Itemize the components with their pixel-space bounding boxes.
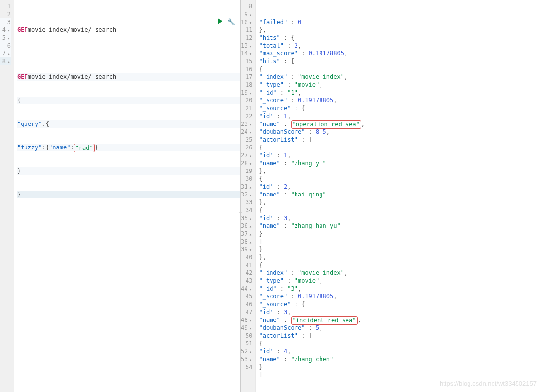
http-method: GET [17,73,28,81]
line-number: 35▴ [241,214,252,222]
code-line[interactable]: "name" : "zhang yi" [259,159,543,167]
fold-toggle-icon[interactable]: ▾ [248,317,252,324]
pane-resize-handle[interactable]: ⋮ [239,210,244,215]
line-number: 53▴ [241,355,252,363]
code-line[interactable]: { [259,261,543,269]
code-line[interactable]: "hits" : { [259,34,543,42]
fold-toggle-icon[interactable]: ▴ [248,183,252,191]
code-line[interactable]: "name" : "operation red sea", [259,120,543,128]
fold-toggle-icon[interactable]: ▾ [7,34,11,42]
code-line[interactable]: }, [259,26,543,34]
line-number: 8 [241,2,252,10]
fold-toggle-icon[interactable]: ▴ [248,215,252,222]
fold-toggle-icon[interactable]: ▴ [248,356,252,364]
code-line[interactable]: "id" : 3, [259,214,543,222]
code-line[interactable]: } [259,230,543,238]
line-number: 20 [241,97,252,104]
code-line[interactable]: { [259,175,543,183]
fold-toggle-icon[interactable]: ▾ [248,191,252,199]
response-viewer-pane: ⋮ 89▴10▾111213▾14▾1516171819▾20212223▾24… [241,0,543,392]
code-line[interactable]: { [259,206,543,214]
fold-toggle-icon[interactable]: ▴ [248,152,252,160]
code-line[interactable]: }, [259,253,543,261]
code-line[interactable]: "actorList" : [ [259,332,543,340]
code-line[interactable]: "_source" : { [259,300,543,308]
code-line[interactable]: "_index" : "movie_index", [259,73,543,81]
code-line[interactable]: "doubanScore" : 8.5, [259,128,543,136]
code-line[interactable]: "actorList" : [ [259,136,543,144]
watermark-text: https://blog.csdn.net/wt334502157 [440,380,537,388]
code-line[interactable]: { [259,65,543,73]
code-line[interactable]: GET movie_index/movie/_search [17,73,240,81]
code-line[interactable]: "_score" : 0.19178805, [259,293,543,300]
fold-toggle-icon[interactable]: ▾ [7,26,11,34]
run-request-icon[interactable] [218,18,222,24]
code-line[interactable]: "fuzzy": {"name":"rad"} [17,144,240,151]
code-line[interactable]: "query":{ [17,120,240,128]
code-line[interactable]: "_type" : "movie", [259,81,543,89]
line-number: 27▴ [241,151,252,159]
line-number: 36▴ [241,222,252,230]
code-line[interactable]: { [259,144,543,151]
code-line[interactable]: "total" : 2, [259,42,543,49]
fold-toggle-icon[interactable]: ▾ [248,246,252,254]
code-line[interactable]: "name" : "zhang chen" [259,355,543,363]
code-line[interactable]: "id" : 2, [259,183,543,191]
code-line[interactable]: "id" : 3, [259,308,543,316]
code-line[interactable]: } [259,363,543,371]
code-line[interactable]: }, [259,198,543,206]
fold-toggle-icon[interactable]: ▴ [7,50,11,58]
fold-toggle-icon[interactable]: ▴ [7,58,11,66]
code-line[interactable]: } [259,245,543,253]
code-line[interactable]: "_id" : "3", [259,285,543,293]
request-code-area[interactable]: 🔧 GET movie_index/movie/_search GET movi… [14,0,240,392]
code-line[interactable]: }, [259,167,543,175]
line-number: 50 [241,332,252,340]
code-line[interactable]: "id" : 4, [259,347,543,355]
code-line[interactable]: "id" : 1, [259,112,543,120]
code-line[interactable]: { [17,97,240,104]
code-line[interactable] [17,49,240,57]
code-line[interactable]: ] [259,238,543,245]
code-line[interactable]: "_id" : "1", [259,89,543,97]
wrench-icon[interactable]: 🔧 [227,18,235,26]
fold-toggle-icon[interactable]: ▾ [248,42,252,50]
fold-toggle-icon[interactable]: ▴ [248,238,252,246]
code-line[interactable]: "doubanScore" : 5, [259,324,543,332]
code-line[interactable]: "id" : 1, [259,151,543,159]
code-line[interactable]: } [17,191,240,198]
line-number: 45 [241,293,252,300]
fold-toggle-icon[interactable]: ▴ [248,230,252,238]
request-path: movie_index/movie/_search [28,26,117,34]
response-code-area[interactable]: "failed" : 0 }, "hits" : { "total" : 2, … [256,0,543,392]
code-line[interactable]: GET movie_index/movie/_search [17,26,240,34]
code-line[interactable]: "_source" : { [259,104,543,112]
line-number: 46 [241,300,252,308]
fold-toggle-icon[interactable]: ▴ [248,222,252,230]
line-number: 6 [0,42,11,49]
fold-toggle-icon[interactable]: ▾ [248,285,252,293]
code-line[interactable]: "_score" : 0.19178805, [259,97,543,104]
code-line[interactable]: "name" : "hai qing" [259,191,543,198]
fold-toggle-icon[interactable]: ▾ [248,19,252,26]
fold-toggle-icon[interactable]: ▾ [248,121,252,128]
code-line[interactable]: "_index" : "movie_index", [259,269,543,277]
code-line[interactable]: "_type" : "movie", [259,277,543,285]
fold-toggle-icon[interactable]: ▾ [248,89,252,97]
fold-toggle-icon[interactable]: ▾ [248,324,252,332]
code-line[interactable]: { [259,340,543,347]
code-line[interactable]: "failed" : 0 [259,18,543,26]
line-number: 3 [0,18,11,26]
code-line[interactable]: "name" : "zhang han yu" [259,222,543,230]
code-line[interactable]: } [17,167,240,175]
code-line[interactable]: "name" : "incident red sea", [259,316,543,324]
fold-toggle-icon[interactable]: ▾ [248,128,252,136]
code-line[interactable]: "max_score" : 0.19178805, [259,49,543,57]
line-number: 12 [241,34,252,42]
fold-toggle-icon[interactable]: ▾ [248,160,252,168]
code-line[interactable]: "hits" : [ [259,57,543,65]
fold-toggle-icon[interactable]: ▴ [248,11,252,19]
code-line[interactable]: ] [259,371,543,379]
fold-toggle-icon[interactable]: ▾ [248,50,252,58]
fold-toggle-icon[interactable]: ▴ [248,348,252,356]
